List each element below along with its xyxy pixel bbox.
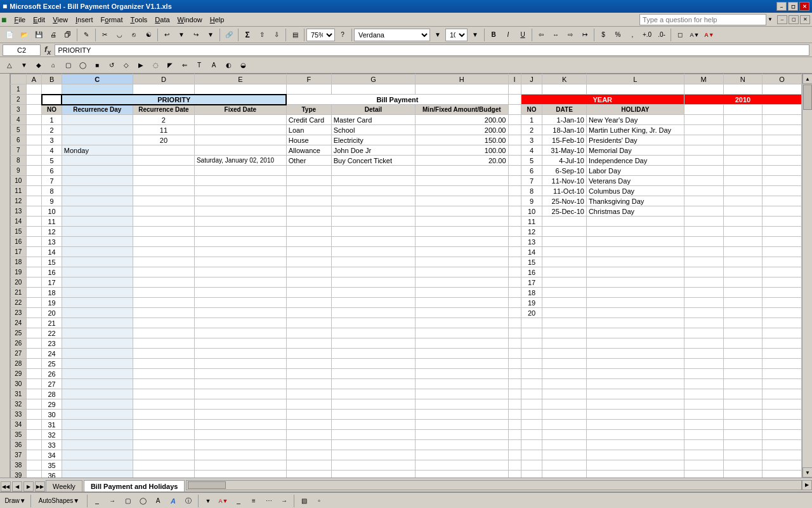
col-C[interactable]: C [62, 74, 133, 84]
cell-B37[interactable]: 34 [42, 450, 62, 460]
align-center-btn[interactable]: ↔ [549, 28, 563, 42]
cell-I8[interactable] [508, 156, 521, 166]
rh-19[interactable]: 19 [11, 267, 27, 277]
cell-I9[interactable] [508, 166, 521, 176]
cell-O12[interactable] [763, 196, 802, 206]
rh-4[interactable]: 4 [11, 115, 27, 125]
cell-K9[interactable]: 6-Sep-10 [542, 166, 587, 176]
close-btn[interactable]: ✕ [799, 2, 809, 11]
cell-D8[interactable] [133, 156, 194, 166]
cell-G13[interactable] [331, 206, 415, 217]
cell-G11[interactable] [331, 186, 415, 196]
menu-view[interactable]: View [49, 13, 72, 26]
tb2-btn15[interactable]: A [207, 58, 221, 72]
cell-L1[interactable] [586, 84, 684, 95]
cell-J13[interactable]: 10 [521, 206, 542, 217]
cell-K5[interactable]: 18-Jan-10 [542, 125, 587, 135]
col-G[interactable]: G [331, 74, 415, 84]
cell-L8[interactable]: Independence Day [586, 156, 684, 166]
cell-M9[interactable] [684, 166, 723, 176]
cell-M14[interactable] [684, 217, 723, 227]
cell-N8[interactable] [723, 156, 763, 166]
redo-drop-btn[interactable]: ▼ [204, 28, 218, 42]
rh-28[interactable]: 28 [11, 359, 27, 369]
cell-C16[interactable] [62, 237, 133, 247]
tb2-btn13[interactable]: ⇐ [178, 58, 192, 72]
cell-B18[interactable]: 15 [42, 257, 62, 267]
cell-H9[interactable] [416, 166, 508, 176]
fill-color-btn[interactable]: ▼ [201, 494, 215, 508]
cell-K11[interactable]: 11-Oct-10 [542, 186, 587, 196]
cell-C13[interactable] [62, 206, 133, 217]
menu-edit[interactable]: Edit [29, 13, 49, 26]
sheet-nav-prev[interactable]: ◀ [12, 481, 22, 491]
cell-C4[interactable] [62, 115, 133, 125]
ask-input[interactable] [639, 14, 766, 25]
tb2-btn6[interactable]: ◯ [75, 58, 89, 72]
cell-G7[interactable]: John Doe Jr [331, 145, 415, 156]
line-style-btn[interactable]: ≡ [247, 494, 261, 508]
cell-B9[interactable]: 6 [42, 166, 62, 176]
rh-13[interactable]: 13 [11, 206, 27, 217]
cell-I10[interactable] [508, 176, 521, 186]
cell-F10[interactable] [286, 176, 331, 186]
cell-C11[interactable] [62, 186, 133, 196]
cell-G15[interactable] [331, 227, 415, 237]
cell-N10[interactable] [723, 176, 763, 186]
cell-C2[interactable]: PRIORITY [62, 95, 286, 105]
rh-22[interactable]: 22 [11, 298, 27, 308]
rh-25[interactable]: 25 [11, 328, 27, 338]
bold-btn[interactable]: B [487, 28, 501, 42]
tab-bill-payment[interactable]: Bill Payment and Holidays [84, 480, 185, 491]
cell-D7[interactable] [133, 145, 194, 156]
tb2-btn9[interactable]: ◇ [119, 58, 133, 72]
cell-B16[interactable]: 13 [42, 237, 62, 247]
scroll-up-btn[interactable]: ▲ [802, 74, 812, 84]
cell-H3[interactable]: Min/Fixed Amount/Budget [416, 105, 508, 115]
menu-window[interactable]: Window [174, 13, 206, 26]
cell-L11[interactable]: Columbus Day [586, 186, 684, 196]
hscroll-thumb[interactable] [188, 481, 226, 489]
rh-20[interactable]: 20 [11, 277, 27, 288]
cell-B35[interactable]: 32 [42, 430, 62, 440]
cell-G5[interactable]: School [331, 125, 415, 135]
cell-K13[interactable]: 25-Dec-10 [542, 206, 587, 217]
cell-O9[interactable] [763, 166, 802, 176]
insert-hyperlink-btn[interactable]: 🔗 [222, 28, 236, 42]
cell-C7[interactable]: Monday [62, 145, 133, 156]
print-preview-btn[interactable]: 🗍 [61, 28, 75, 42]
cell-J18[interactable]: 15 [521, 257, 542, 267]
cell-M4[interactable] [684, 115, 723, 125]
rh-34[interactable]: 34 [11, 420, 27, 430]
rect-btn[interactable]: ▢ [121, 494, 134, 508]
cell-B15[interactable]: 12 [42, 227, 62, 237]
rh-18[interactable]: 18 [11, 257, 27, 267]
cell-A5[interactable] [26, 125, 42, 135]
cell-A2[interactable] [26, 95, 42, 105]
menu-tools[interactable]: Tools [126, 13, 151, 26]
undo-drop-btn[interactable]: ▼ [174, 28, 188, 42]
cell-K14[interactable] [542, 217, 587, 227]
cell-H1[interactable] [416, 84, 508, 95]
cell-K12[interactable]: 25-Nov-10 [542, 196, 587, 206]
cell-L14[interactable] [586, 217, 684, 227]
cell-D9[interactable] [133, 166, 194, 176]
cell-N6[interactable] [723, 135, 763, 145]
cell-D4[interactable]: 2 [133, 115, 194, 125]
rh-23[interactable]: 23 [11, 308, 27, 318]
menu-data[interactable]: Data [151, 13, 173, 26]
cell-B2[interactable] [42, 95, 62, 105]
cell-D6[interactable]: 20 [133, 135, 194, 145]
cell-B20[interactable]: 17 [42, 277, 62, 288]
cell-F14[interactable] [286, 217, 331, 227]
cell-B21[interactable]: 18 [42, 288, 62, 298]
cell-N3[interactable] [723, 105, 763, 115]
col-O[interactable]: O [763, 74, 802, 84]
cell-I7[interactable] [508, 145, 521, 156]
cell-E3[interactable]: Fixed Date [194, 105, 286, 115]
cell-O13[interactable] [763, 206, 802, 217]
cell-B7[interactable]: 4 [42, 145, 62, 156]
font-drop-btn[interactable]: ▼ [431, 28, 445, 42]
rh-8[interactable]: 8 [11, 156, 27, 166]
cell-A14[interactable] [26, 217, 42, 227]
